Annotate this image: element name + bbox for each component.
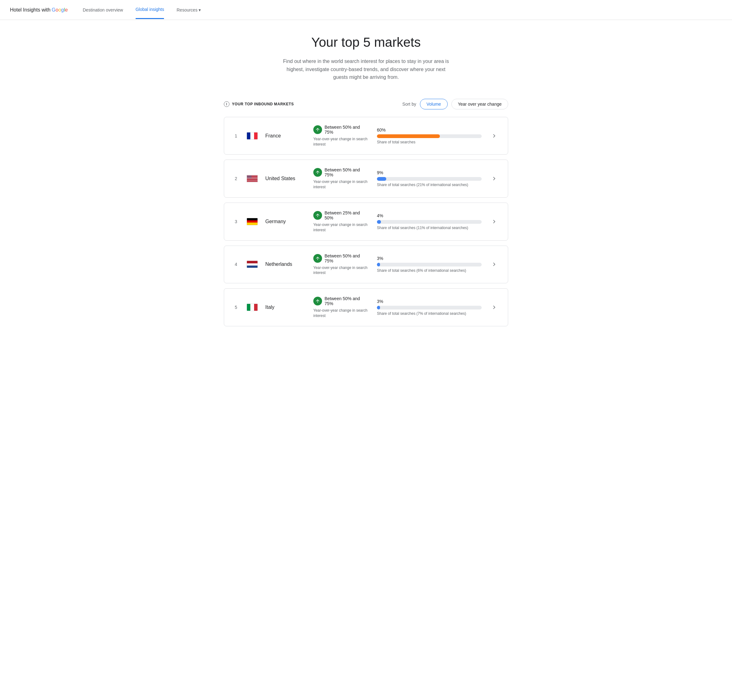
share-pct: 3%: [377, 299, 482, 304]
market-share-info: 4% Share of total searches (11% of inter…: [377, 213, 482, 230]
market-card: 2 United States Between 50% and 75% Year…: [224, 160, 508, 198]
market-rank: 2: [233, 176, 239, 181]
market-change-info: Between 50% and 75% Year-over-year chang…: [313, 125, 370, 147]
section-label: i YOUR TOP INBOUND MARKETS: [224, 101, 294, 107]
change-range: Between 50% and 75%: [324, 168, 370, 177]
market-flag: [247, 260, 258, 268]
market-card: 3 Germany Between 25% and 50% Year-over-…: [224, 203, 508, 241]
share-bar: [377, 306, 482, 309]
market-country: Italy: [265, 304, 306, 310]
change-range: Between 25% and 50%: [324, 210, 370, 221]
nav-global-insights[interactable]: Global insights: [136, 1, 164, 19]
bar-fill: [377, 177, 386, 181]
market-detail-button[interactable]: [489, 259, 499, 269]
market-country: Germany: [265, 219, 306, 224]
change-badge: Between 25% and 50%: [313, 210, 370, 221]
change-badge: Between 50% and 75%: [313, 296, 370, 306]
market-detail-button[interactable]: [489, 131, 499, 141]
bar-fill: [377, 220, 381, 224]
market-change-info: Between 50% and 75% Year-over-year chang…: [313, 296, 370, 319]
bar-fill: [377, 306, 380, 309]
market-change-info: Between 25% and 50% Year-over-year chang…: [313, 210, 370, 233]
market-share-info: 9% Share of total searches (21% of inter…: [377, 170, 482, 187]
market-country: United States: [265, 176, 306, 181]
market-detail-button[interactable]: [489, 174, 499, 184]
market-share-info: 3% Share of total searches (7% of intern…: [377, 299, 482, 316]
market-country: Netherlands: [265, 262, 306, 267]
market-detail-button[interactable]: [489, 302, 499, 312]
market-flag: [247, 304, 258, 311]
share-bar: [377, 263, 482, 266]
sort-controls: Sort by Volume Year over year change: [402, 99, 508, 109]
market-rank: 4: [233, 262, 239, 267]
nav-links: Destination overview Global insights Res…: [82, 1, 201, 19]
market-card: 4 Netherlands Between 50% and 75% Year-o…: [224, 246, 508, 284]
market-detail-button[interactable]: [489, 217, 499, 226]
change-label: Year-over-year change in search interest: [313, 308, 370, 319]
arrow-up-icon: [313, 211, 322, 220]
market-country: France: [265, 133, 306, 139]
change-label: Year-over-year change in search interest: [313, 222, 370, 233]
sort-by-label: Sort by: [402, 101, 416, 107]
share-sublabel: Share of total searches (11% of internat…: [377, 226, 482, 230]
market-rank: 1: [233, 133, 239, 138]
share-pct: 9%: [377, 170, 482, 175]
share-sublabel: Share of total searches (21% of internat…: [377, 182, 482, 187]
share-bar: [377, 177, 482, 181]
change-badge: Between 50% and 75%: [313, 168, 370, 177]
hero-section: Your top 5 markets Find out where in the…: [0, 20, 732, 91]
market-change-info: Between 50% and 75% Year-over-year chang…: [313, 168, 370, 190]
info-icon[interactable]: i: [224, 101, 230, 107]
arrow-up-icon: [313, 125, 322, 134]
main-content: i YOUR TOP INBOUND MARKETS Sort by Volum…: [217, 91, 515, 346]
market-list: 1 France Between 50% and 75% Year-over-y…: [224, 117, 508, 326]
chevron-down-icon: ▾: [199, 7, 201, 12]
share-pct: 60%: [377, 128, 482, 132]
market-share-info: 60% Share of total searches: [377, 128, 482, 144]
market-flag: [247, 132, 258, 140]
share-pct: 4%: [377, 213, 482, 218]
nav-destination-overview[interactable]: Destination overview: [82, 1, 123, 19]
share-bar: [377, 134, 482, 138]
market-change-info: Between 50% and 75% Year-over-year chang…: [313, 253, 370, 276]
change-badge: Between 50% and 75%: [313, 125, 370, 135]
share-sublabel: Share of total searches (6% of internati…: [377, 268, 482, 273]
logo: Hotel Insights with Google: [10, 7, 68, 13]
logo-text: Hotel Insights with: [10, 7, 50, 13]
market-card: 5 Italy Between 50% and 75% Year-over-ye…: [224, 288, 508, 326]
change-range: Between 50% and 75%: [324, 125, 370, 135]
sort-volume-button[interactable]: Volume: [420, 99, 448, 109]
arrow-up-icon: [313, 297, 322, 306]
change-label: Year-over-year change in search interest: [313, 179, 370, 190]
change-label: Year-over-year change in search interest: [313, 265, 370, 276]
change-badge: Between 50% and 75%: [313, 253, 370, 263]
market-flag: [247, 175, 258, 182]
arrow-up-icon: [313, 168, 322, 177]
market-rank: 3: [233, 219, 239, 224]
share-sublabel: Share of total searches (7% of internati…: [377, 311, 482, 316]
share-pct: 3%: [377, 256, 482, 261]
arrow-up-icon: [313, 254, 322, 263]
change-range: Between 50% and 75%: [324, 253, 370, 263]
change-range: Between 50% and 75%: [324, 296, 370, 306]
sort-yoy-button[interactable]: Year over year change: [451, 99, 508, 109]
market-card: 1 France Between 50% and 75% Year-over-y…: [224, 117, 508, 155]
market-rank: 5: [233, 305, 239, 310]
page-title: Your top 5 markets: [7, 35, 725, 50]
share-sublabel: Share of total searches: [377, 140, 482, 144]
navbar: Hotel Insights with Google Destination o…: [0, 0, 732, 20]
bar-fill: [377, 263, 380, 266]
market-share-info: 3% Share of total searches (6% of intern…: [377, 256, 482, 273]
hero-subtitle: Find out where in the world search inter…: [279, 57, 453, 81]
logo-google: Google: [52, 7, 68, 13]
change-label: Year-over-year change in search interest: [313, 137, 370, 147]
nav-resources[interactable]: Resources ▾: [177, 1, 201, 19]
share-bar: [377, 220, 482, 224]
bar-fill: [377, 134, 440, 138]
market-flag: [247, 218, 258, 225]
sort-bar: i YOUR TOP INBOUND MARKETS Sort by Volum…: [224, 99, 508, 109]
